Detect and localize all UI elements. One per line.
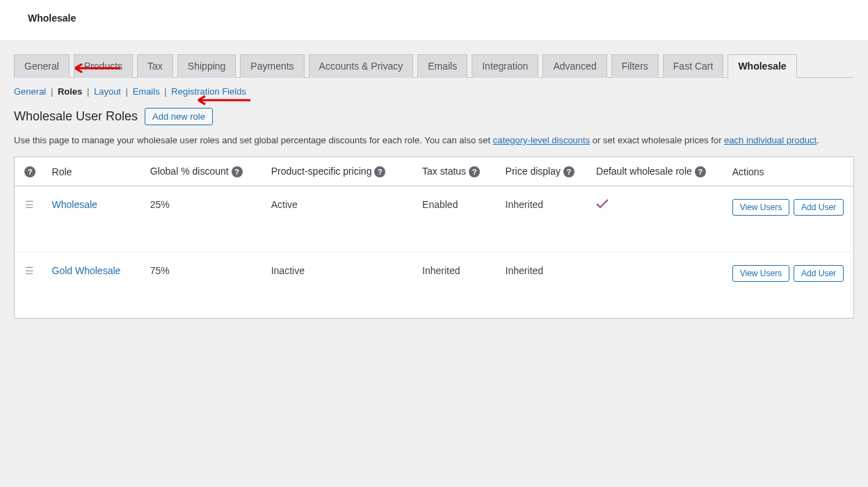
subtab-emails[interactable]: Emails bbox=[133, 86, 160, 97]
drag-handle-icon[interactable]: ☰ bbox=[25, 199, 34, 210]
header-title: Wholesale bbox=[28, 13, 840, 24]
description: Use this page to manage your wholesale u… bbox=[14, 135, 854, 145]
subtab-general[interactable]: General bbox=[14, 86, 46, 97]
view-users-button[interactable]: View Users bbox=[732, 265, 789, 282]
cell-default bbox=[589, 253, 725, 319]
add-new-role-button[interactable]: Add new role bbox=[145, 108, 213, 125]
subtabs: General | Roles | Layout | Emails | Regi… bbox=[14, 85, 854, 108]
page-title-wrap: Wholesale User Roles Add new role bbox=[14, 108, 854, 125]
help-icon[interactable]: ? bbox=[563, 166, 574, 177]
cell-default bbox=[589, 186, 725, 253]
drag-handle-icon[interactable]: ☰ bbox=[25, 265, 34, 276]
column-discount: Global % discount? bbox=[143, 157, 264, 186]
help-icon[interactable]: ? bbox=[232, 166, 243, 177]
table-row: ☰ Wholesale 25% Active Enabled Inherited… bbox=[15, 186, 854, 253]
column-actions: Actions bbox=[725, 157, 854, 186]
subtab-layout[interactable]: Layout bbox=[94, 86, 121, 97]
content-area: General Products Tax Shipping Payments A… bbox=[0, 40, 868, 333]
page-title: Wholesale User Roles bbox=[14, 109, 138, 124]
link-individual-product[interactable]: each individual product bbox=[724, 135, 817, 145]
cell-tax: Enabled bbox=[415, 186, 499, 253]
help-icon[interactable]: ? bbox=[374, 166, 385, 177]
add-user-button[interactable]: Add User bbox=[794, 265, 844, 282]
column-default: Default wholesale role? bbox=[589, 157, 725, 186]
tab-wholesale[interactable]: Wholesale bbox=[728, 54, 796, 78]
subtab-registration-fields[interactable]: Registration Fields bbox=[171, 86, 246, 97]
help-icon[interactable]: ? bbox=[24, 166, 35, 177]
link-category-discounts[interactable]: category-level discounts bbox=[493, 135, 590, 145]
tab-advanced[interactable]: Advanced bbox=[542, 54, 606, 78]
page-header: Wholesale bbox=[0, 0, 868, 40]
role-link[interactable]: Gold Wholesale bbox=[52, 265, 121, 276]
tab-emails[interactable]: Emails bbox=[417, 54, 467, 78]
tab-fast-cart[interactable]: Fast Cart bbox=[663, 54, 724, 78]
column-role: Role bbox=[45, 157, 143, 186]
cell-pricing: Inactive bbox=[264, 253, 415, 319]
tab-general[interactable]: General bbox=[14, 54, 70, 78]
tab-filters[interactable]: Filters bbox=[611, 54, 659, 78]
tab-accounts-privacy[interactable]: Accounts & Privacy bbox=[309, 54, 414, 78]
column-price: Price display? bbox=[499, 157, 589, 186]
checkmark-icon bbox=[596, 199, 609, 209]
cell-tax: Inherited bbox=[415, 253, 499, 319]
view-users-button[interactable]: View Users bbox=[732, 199, 789, 216]
add-user-button[interactable]: Add User bbox=[794, 199, 844, 216]
cell-price: Inherited bbox=[499, 186, 589, 253]
tab-shipping[interactable]: Shipping bbox=[177, 54, 236, 78]
tab-products[interactable]: Products bbox=[74, 54, 133, 78]
help-icon[interactable]: ? bbox=[469, 166, 480, 177]
roles-table: ? Role Global % discount? Product-specif… bbox=[14, 157, 854, 319]
tab-payments[interactable]: Payments bbox=[240, 54, 304, 78]
cell-discount: 25% bbox=[143, 186, 264, 253]
column-tax: Tax status? bbox=[415, 157, 499, 186]
table-row: ☰ Gold Wholesale 75% Inactive Inherited … bbox=[15, 253, 854, 319]
tab-tax[interactable]: Tax bbox=[137, 54, 173, 78]
column-pricing: Product-specific pricing? bbox=[264, 157, 415, 186]
subtab-roles[interactable]: Roles bbox=[58, 86, 82, 97]
cell-discount: 75% bbox=[143, 253, 264, 319]
cell-pricing: Active bbox=[264, 186, 415, 253]
role-link[interactable]: Wholesale bbox=[52, 199, 97, 210]
cell-price: Inherited bbox=[499, 253, 589, 319]
nav-tabs: General Products Tax Shipping Payments A… bbox=[14, 54, 854, 78]
help-icon[interactable]: ? bbox=[695, 166, 706, 177]
tab-integration[interactable]: Integration bbox=[472, 54, 538, 78]
